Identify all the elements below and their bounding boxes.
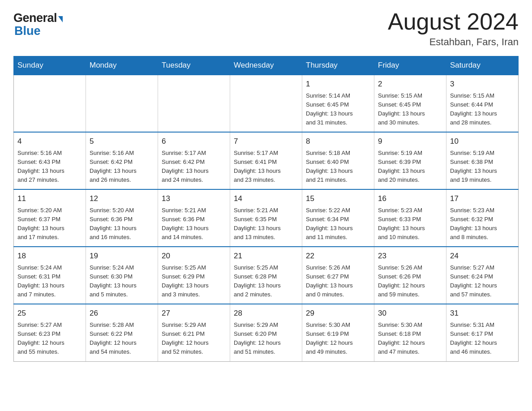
calendar-week-1: 1Sunrise: 5:14 AMSunset: 6:45 PMDaylight… [14,75,519,132]
day-info: Sunrise: 5:27 AMSunset: 6:24 PMDaylight:… [450,263,515,300]
calendar-cell: 9Sunrise: 5:19 AMSunset: 6:39 PMDaylight… [374,132,446,189]
calendar-cell: 29Sunrise: 5:30 AMSunset: 6:19 PMDayligh… [302,304,374,361]
day-number: 29 [306,308,370,319]
calendar-cell: 15Sunrise: 5:22 AMSunset: 6:34 PMDayligh… [302,189,374,247]
page-subtitle: Estahban, Fars, Iran [388,36,519,48]
day-info: Sunrise: 5:30 AMSunset: 6:19 PMDaylight:… [306,321,370,357]
day-info: Sunrise: 5:20 AMSunset: 6:36 PMDaylight:… [90,206,154,242]
day-info: Sunrise: 5:16 AMSunset: 6:42 PMDaylight:… [90,149,154,185]
day-info: Sunrise: 5:19 AMSunset: 6:38 PMDaylight:… [450,149,515,185]
day-number: 31 [450,308,515,319]
day-number: 23 [378,250,442,262]
title-block: August 2024 Estahban, Fars, Iran [388,9,519,48]
weekday-header-thursday: Thursday [302,56,374,75]
calendar-cell: 22Sunrise: 5:26 AMSunset: 6:27 PMDayligh… [302,247,374,304]
day-number: 4 [17,136,82,147]
day-info: Sunrise: 5:24 AMSunset: 6:31 PMDaylight:… [17,263,82,300]
logo: General Blue [13,9,63,38]
calendar-cell: 21Sunrise: 5:25 AMSunset: 6:28 PMDayligh… [230,247,302,304]
calendar-cell: 6Sunrise: 5:17 AMSunset: 6:42 PMDaylight… [158,132,230,189]
calendar-cell: 18Sunrise: 5:24 AMSunset: 6:31 PMDayligh… [14,247,86,304]
calendar-cell: 8Sunrise: 5:18 AMSunset: 6:40 PMDaylight… [302,132,374,189]
page-title: August 2024 [388,9,519,34]
day-number: 24 [450,250,515,262]
calendar-cell: 25Sunrise: 5:27 AMSunset: 6:23 PMDayligh… [14,304,86,361]
day-number: 1 [306,78,370,90]
calendar-week-2: 4Sunrise: 5:16 AMSunset: 6:43 PMDaylight… [14,132,519,189]
calendar-cell: 11Sunrise: 5:20 AMSunset: 6:37 PMDayligh… [14,189,86,247]
day-info: Sunrise: 5:23 AMSunset: 6:32 PMDaylight:… [450,206,515,242]
day-info: Sunrise: 5:16 AMSunset: 6:43 PMDaylight:… [17,149,82,185]
day-info: Sunrise: 5:25 AMSunset: 6:28 PMDaylight:… [234,263,298,300]
day-number: 25 [17,308,82,319]
weekday-header-wednesday: Wednesday [230,56,302,75]
day-number: 28 [234,308,298,319]
day-number: 27 [162,308,226,319]
calendar-cell: 13Sunrise: 5:21 AMSunset: 6:36 PMDayligh… [158,189,230,247]
day-number: 14 [234,193,298,205]
weekday-header-monday: Monday [86,56,158,75]
calendar-cell: 12Sunrise: 5:20 AMSunset: 6:36 PMDayligh… [86,189,158,247]
day-number: 13 [162,193,226,205]
logo-blue-text: Blue [14,24,41,38]
calendar-table: SundayMondayTuesdayWednesdayThursdayFrid… [13,56,519,361]
day-number: 5 [90,136,154,147]
day-info: Sunrise: 5:21 AMSunset: 6:36 PMDaylight:… [162,206,226,242]
day-number: 8 [306,136,370,147]
day-info: Sunrise: 5:14 AMSunset: 6:45 PMDaylight:… [306,91,370,128]
day-number: 7 [234,136,298,147]
day-number: 18 [17,250,82,262]
day-info: Sunrise: 5:21 AMSunset: 6:35 PMDaylight:… [234,206,298,242]
calendar-cell: 20Sunrise: 5:25 AMSunset: 6:29 PMDayligh… [158,247,230,304]
calendar-cell: 4Sunrise: 5:16 AMSunset: 6:43 PMDaylight… [14,132,86,189]
page-header: General Blue August 2024 Estahban, Fars,… [13,9,519,48]
calendar-cell: 17Sunrise: 5:23 AMSunset: 6:32 PMDayligh… [446,189,519,247]
day-info: Sunrise: 5:26 AMSunset: 6:26 PMDaylight:… [378,263,442,300]
calendar-cell [230,75,302,132]
calendar-cell: 7Sunrise: 5:17 AMSunset: 6:41 PMDaylight… [230,132,302,189]
day-info: Sunrise: 5:27 AMSunset: 6:23 PMDaylight:… [17,321,82,357]
day-number: 21 [234,250,298,262]
weekday-header-saturday: Saturday [446,56,519,75]
day-info: Sunrise: 5:28 AMSunset: 6:22 PMDaylight:… [90,321,154,357]
weekday-header-sunday: Sunday [14,56,86,75]
day-info: Sunrise: 5:26 AMSunset: 6:27 PMDaylight:… [306,263,370,300]
calendar-cell [86,75,158,132]
weekday-row: SundayMondayTuesdayWednesdayThursdayFrid… [14,56,519,75]
day-number: 15 [306,193,370,205]
calendar-cell: 10Sunrise: 5:19 AMSunset: 6:38 PMDayligh… [446,132,519,189]
calendar-cell: 2Sunrise: 5:15 AMSunset: 6:45 PMDaylight… [374,75,446,132]
calendar-cell: 24Sunrise: 5:27 AMSunset: 6:24 PMDayligh… [446,247,519,304]
day-number: 26 [90,308,154,319]
day-info: Sunrise: 5:24 AMSunset: 6:30 PMDaylight:… [90,263,154,300]
day-info: Sunrise: 5:18 AMSunset: 6:40 PMDaylight:… [306,149,370,185]
day-info: Sunrise: 5:29 AMSunset: 6:20 PMDaylight:… [234,321,298,357]
weekday-header-friday: Friday [374,56,446,75]
day-info: Sunrise: 5:25 AMSunset: 6:29 PMDaylight:… [162,263,226,300]
calendar-cell: 3Sunrise: 5:15 AMSunset: 6:44 PMDaylight… [446,75,519,132]
day-info: Sunrise: 5:19 AMSunset: 6:39 PMDaylight:… [378,149,442,185]
day-info: Sunrise: 5:17 AMSunset: 6:41 PMDaylight:… [234,149,298,185]
logo-arrow-icon [58,16,63,22]
day-info: Sunrise: 5:29 AMSunset: 6:21 PMDaylight:… [162,321,226,357]
calendar-cell [158,75,230,132]
day-number: 20 [162,250,226,262]
day-number: 19 [90,250,154,262]
calendar-week-3: 11Sunrise: 5:20 AMSunset: 6:37 PMDayligh… [14,189,519,247]
day-info: Sunrise: 5:22 AMSunset: 6:34 PMDaylight:… [306,206,370,242]
day-info: Sunrise: 5:23 AMSunset: 6:33 PMDaylight:… [378,206,442,242]
calendar-header: SundayMondayTuesdayWednesdayThursdayFrid… [14,56,519,75]
calendar-cell: 14Sunrise: 5:21 AMSunset: 6:35 PMDayligh… [230,189,302,247]
calendar-week-4: 18Sunrise: 5:24 AMSunset: 6:31 PMDayligh… [14,247,519,304]
day-number: 17 [450,193,515,205]
day-number: 30 [378,308,442,319]
calendar-cell: 1Sunrise: 5:14 AMSunset: 6:45 PMDaylight… [302,75,374,132]
day-number: 11 [17,193,82,205]
day-info: Sunrise: 5:15 AMSunset: 6:45 PMDaylight:… [378,91,442,128]
calendar-cell: 16Sunrise: 5:23 AMSunset: 6:33 PMDayligh… [374,189,446,247]
day-info: Sunrise: 5:20 AMSunset: 6:37 PMDaylight:… [17,206,82,242]
calendar-cell: 30Sunrise: 5:30 AMSunset: 6:18 PMDayligh… [374,304,446,361]
calendar-cell: 19Sunrise: 5:24 AMSunset: 6:30 PMDayligh… [86,247,158,304]
day-number: 3 [450,78,515,90]
calendar-cell: 27Sunrise: 5:29 AMSunset: 6:21 PMDayligh… [158,304,230,361]
